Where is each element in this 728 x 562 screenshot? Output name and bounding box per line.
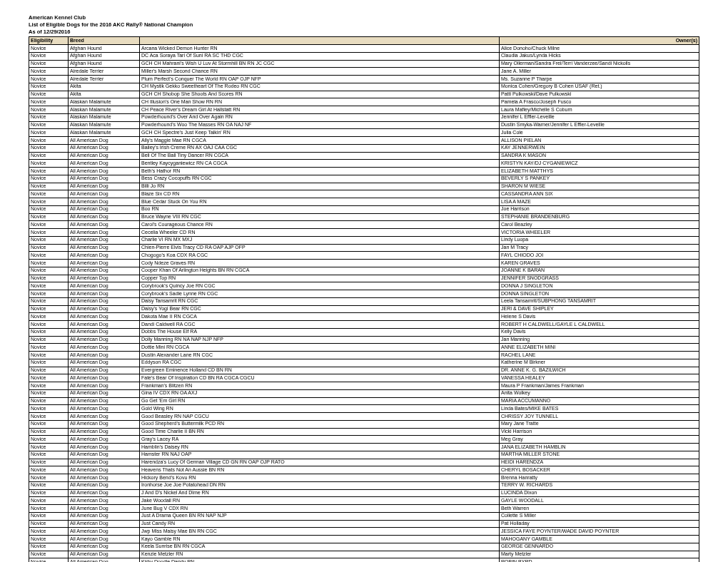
cell: KAY JENNERWEIN (500, 144, 699, 152)
cell: Joe Harrison (500, 205, 699, 213)
cell: BEVERLY S PANKEY (500, 175, 699, 183)
table-row: NoviceAll American DogGood Shepherd's Bu… (29, 420, 699, 428)
cell: Harendza's Lucy Of German Village CD GN … (140, 459, 500, 466)
table-row: NoviceAll American DogBilli Jo RNSHARON … (29, 183, 699, 190)
cell: GCH CH Mahrani's Wish U Luv At Stormhill… (140, 60, 500, 68)
cell: Hamster RN NAJ OAP (140, 451, 500, 459)
cell: All American Dog (69, 352, 140, 359)
cell: Heavens Thats Not An Aussie BN RN (140, 466, 500, 474)
cell: All American Dog (69, 344, 140, 352)
cell: Novice (29, 52, 69, 60)
cell: Corybrook's Sadie Lynne RN CGC (140, 290, 500, 298)
cell: MARIA ACCUMANNO (500, 397, 699, 405)
cell: Novice (29, 213, 69, 221)
cell: Novice (29, 436, 69, 444)
cell: Linda Bates/MIKE BATES (500, 405, 699, 413)
table-row: NoviceAll American DogHamblin's Daisey R… (29, 444, 699, 451)
col-name (140, 37, 500, 45)
cell: Dakota Mae II RN CGCA (140, 313, 500, 321)
cell: All American Dog (69, 466, 140, 474)
cell: All American Dog (69, 244, 140, 252)
table-row: NoviceAiredale TerrierPlum Perfect's Con… (29, 76, 699, 83)
cell: Good Beasley RN NAP CGCU (140, 413, 500, 421)
cell: All American Dog (69, 282, 140, 290)
header-title: List of Eligible Dogs for the 2016 AKC R… (29, 21, 699, 29)
cell: DR. ANNE K. G. BAZILWICH (500, 367, 699, 374)
cell: Novice (29, 275, 69, 282)
cell: Just A Drama Queen BN RN NAP NJP (140, 512, 500, 520)
cell: Novice (29, 389, 69, 397)
cell: Dolly Manning RN NA NAP NJP NFP (140, 336, 500, 344)
cell: Novice (29, 512, 69, 520)
cell: All American Dog (69, 313, 140, 321)
cell: All American Dog (69, 413, 140, 421)
cell: All American Dog (69, 459, 140, 466)
cell: All American Dog (69, 520, 140, 528)
cell: Novice (29, 405, 69, 413)
table-row: NoviceAll American DogKeela Sunrise BN R… (29, 543, 699, 551)
cell: All American Dog (69, 144, 140, 152)
cell: All American Dog (69, 397, 140, 405)
eligibility-table: Eligibility Breed Owner(s) NoviceAfghan … (29, 36, 699, 562)
cell: All American Dog (69, 489, 140, 497)
cell: CH Illusion's One Man Show RN RN (140, 98, 500, 106)
cell: VANESSA HEALEY (500, 374, 699, 382)
cell: Alaskan Malamute (69, 113, 140, 121)
cell: Novice (29, 459, 69, 466)
cell: All American Dog (69, 260, 140, 267)
table-row: NoviceAll American DogBlue Cedar Stuck O… (29, 198, 699, 206)
cell: Novice (29, 520, 69, 528)
cell: Novice (29, 428, 69, 436)
cell: Katherine M Birkner (500, 359, 699, 367)
cell: Akita (69, 83, 140, 91)
cell: Afghan Hound (69, 45, 140, 53)
cell: Gold Wing RN (140, 405, 500, 413)
table-row: NoviceAll American DogFrankman's Blitzen… (29, 382, 699, 390)
table-row: NoviceAll American DogBeth's Hathor RNEL… (29, 168, 699, 175)
cell: ROBIN BYRD (500, 558, 699, 562)
cell: Cooper Khan Of Arlington Heights BN RN C… (140, 267, 500, 275)
cell: Jwp Miss Maisy Mae BN RN CGC (140, 528, 500, 536)
cell: Kenzie Metzler RN (140, 551, 500, 558)
cell: Afghan Hound (69, 60, 140, 68)
cell: Novice (29, 76, 69, 83)
cell: Novice (29, 481, 69, 489)
cell: All American Dog (69, 168, 140, 175)
cell: Chien-Pierre Elvis Tracy CD RA OAP AJP O… (140, 244, 500, 252)
table-row: NoviceAll American DogAlly's Maggie Mae … (29, 137, 699, 145)
cell: Novice (29, 444, 69, 451)
table-row: NoviceAll American DogKenzie Metzler RNM… (29, 551, 699, 558)
cell: All American Dog (69, 275, 140, 282)
cell: Mary Jane Tratte (500, 420, 699, 428)
table-row: NoviceAll American DogHickory Bend's Kov… (29, 474, 699, 482)
cell: Pamela A Frasco/Joseph Fusco (500, 98, 699, 106)
cell: Julia Cole (500, 129, 699, 137)
cell: Novice (29, 543, 69, 551)
cell: Novice (29, 183, 69, 190)
cell: All American Dog (69, 183, 140, 190)
cell: Afghan Hound (69, 52, 140, 60)
cell: All American Dog (69, 543, 140, 551)
cell: All American Dog (69, 328, 140, 336)
cell: All American Dog (69, 152, 140, 160)
table-row: NoviceAlaskan MalamuteGCH CH Spectre's J… (29, 129, 699, 137)
table-row: NoviceAll American DogBlaze Six CD RNCAS… (29, 190, 699, 198)
table-row: NoviceAll American DogDandi Caldwell RA … (29, 321, 699, 329)
cell: All American Dog (69, 505, 140, 513)
cell: Bell Of The Ball Tiny Dancer RN CGCA (140, 152, 500, 160)
table-row: NoviceAll American DogHamster RN NAJ OAP… (29, 451, 699, 459)
cell: Copper Top RN (140, 275, 500, 282)
cell: ALLISON PIELAN (500, 137, 699, 145)
cell: All American Dog (69, 451, 140, 459)
cell: Novice (29, 305, 69, 313)
table-row: NoviceAll American DogCopper Top RNJENNI… (29, 275, 699, 282)
table-row: NoviceAll American DogGray's Lacey RAMeg… (29, 436, 699, 444)
cell: ANNE ELIZABETH MINI (500, 344, 699, 352)
cell: Bentley Kaycyganiewicz RN CA CGCA (140, 160, 500, 168)
cell: All American Dog (69, 558, 140, 562)
cell: Dottie Mini RN CGCA (140, 344, 500, 352)
table-row: NoviceAll American DogCecelia Wheeler CD… (29, 229, 699, 237)
cell: Bailey's Irish Creme RN AX OAJ CAA CGC (140, 144, 500, 152)
table-row: NoviceAll American DogJune Bug V CDX RNB… (29, 505, 699, 513)
cell: All American Dog (69, 297, 140, 305)
